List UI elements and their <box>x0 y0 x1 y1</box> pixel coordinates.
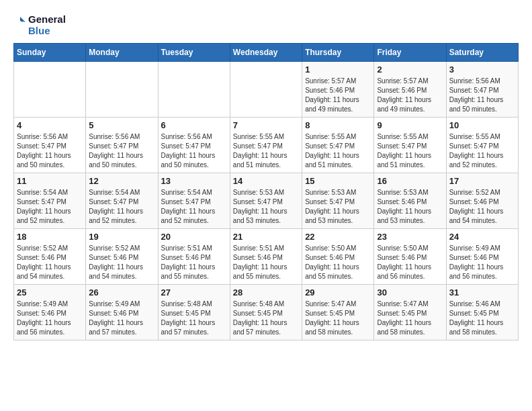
calendar-cell: 14Sunrise: 5:53 AM Sunset: 5:47 PM Dayli… <box>230 173 302 229</box>
calendar-cell: 15Sunrise: 5:53 AM Sunset: 5:47 PM Dayli… <box>302 173 374 229</box>
logo: General Blue <box>13 13 66 36</box>
day-info: Sunrise: 5:49 AM Sunset: 5:46 PM Dayligh… <box>17 300 83 337</box>
day-info: Sunrise: 5:49 AM Sunset: 5:46 PM Dayligh… <box>449 244 515 281</box>
day-info: Sunrise: 5:53 AM Sunset: 5:47 PM Dayligh… <box>233 188 299 226</box>
day-info: Sunrise: 5:56 AM Sunset: 5:47 PM Dayligh… <box>89 132 154 170</box>
day-info: Sunrise: 5:50 AM Sunset: 5:46 PM Dayligh… <box>305 244 371 281</box>
calendar-cell: 30Sunrise: 5:47 AM Sunset: 5:45 PM Dayli… <box>374 285 446 340</box>
weekday-header-saturday: Saturday <box>446 44 518 62</box>
day-info: Sunrise: 5:55 AM Sunset: 5:47 PM Dayligh… <box>305 132 371 170</box>
day-info: Sunrise: 5:48 AM Sunset: 5:45 PM Dayligh… <box>161 300 227 337</box>
day-info: Sunrise: 5:50 AM Sunset: 5:46 PM Dayligh… <box>377 244 443 281</box>
day-info: Sunrise: 5:56 AM Sunset: 5:47 PM Dayligh… <box>161 132 227 170</box>
weekday-header-row: SundayMondayTuesdayWednesdayThursdayFrid… <box>14 44 519 62</box>
calendar-cell: 11Sunrise: 5:54 AM Sunset: 5:47 PM Dayli… <box>14 173 86 229</box>
calendar-cell <box>86 62 158 118</box>
calendar-cell: 1Sunrise: 5:57 AM Sunset: 5:46 PM Daylig… <box>302 62 374 118</box>
day-number: 19 <box>89 232 154 242</box>
day-number: 26 <box>89 287 154 298</box>
day-info: Sunrise: 5:54 AM Sunset: 5:47 PM Dayligh… <box>17 188 83 226</box>
day-number: 12 <box>89 176 154 186</box>
day-info: Sunrise: 5:55 AM Sunset: 5:47 PM Dayligh… <box>233 132 299 170</box>
logo-text-blue: Blue <box>28 25 66 36</box>
calendar-cell: 26Sunrise: 5:49 AM Sunset: 5:46 PM Dayli… <box>86 285 158 340</box>
calendar-cell: 2Sunrise: 5:57 AM Sunset: 5:46 PM Daylig… <box>374 62 446 118</box>
day-number: 17 <box>449 176 515 186</box>
day-info: Sunrise: 5:53 AM Sunset: 5:47 PM Dayligh… <box>305 188 371 226</box>
day-number: 31 <box>449 287 515 298</box>
calendar-week-row: 25Sunrise: 5:49 AM Sunset: 5:46 PM Dayli… <box>14 285 519 340</box>
calendar-cell: 27Sunrise: 5:48 AM Sunset: 5:45 PM Dayli… <box>158 285 230 340</box>
calendar-cell <box>14 62 86 118</box>
day-info: Sunrise: 5:56 AM Sunset: 5:47 PM Dayligh… <box>17 132 83 170</box>
calendar-week-row: 18Sunrise: 5:52 AM Sunset: 5:46 PM Dayli… <box>14 229 519 285</box>
day-number: 10 <box>449 120 515 130</box>
calendar-cell: 3Sunrise: 5:56 AM Sunset: 5:47 PM Daylig… <box>446 62 518 118</box>
day-number: 1 <box>305 64 371 75</box>
day-info: Sunrise: 5:48 AM Sunset: 5:45 PM Dayligh… <box>233 300 299 337</box>
day-number: 27 <box>161 287 227 298</box>
calendar-cell: 21Sunrise: 5:51 AM Sunset: 5:46 PM Dayli… <box>230 229 302 285</box>
day-info: Sunrise: 5:57 AM Sunset: 5:46 PM Dayligh… <box>305 77 371 114</box>
day-info: Sunrise: 5:52 AM Sunset: 5:46 PM Dayligh… <box>449 188 515 226</box>
day-info: Sunrise: 5:54 AM Sunset: 5:47 PM Dayligh… <box>89 188 154 226</box>
day-number: 22 <box>305 232 371 242</box>
page-header: General Blue <box>13 13 519 36</box>
day-number: 25 <box>17 287 83 298</box>
calendar-cell: 13Sunrise: 5:54 AM Sunset: 5:47 PM Dayli… <box>158 173 230 229</box>
day-number: 7 <box>233 120 299 130</box>
calendar-cell: 29Sunrise: 5:47 AM Sunset: 5:45 PM Dayli… <box>302 285 374 340</box>
calendar-cell: 24Sunrise: 5:49 AM Sunset: 5:46 PM Dayli… <box>446 229 518 285</box>
day-number: 14 <box>233 176 299 186</box>
day-info: Sunrise: 5:49 AM Sunset: 5:46 PM Dayligh… <box>89 300 154 337</box>
calendar-cell: 23Sunrise: 5:50 AM Sunset: 5:46 PM Dayli… <box>374 229 446 285</box>
calendar-cell: 25Sunrise: 5:49 AM Sunset: 5:46 PM Dayli… <box>14 285 86 340</box>
weekday-header-thursday: Thursday <box>302 44 374 62</box>
day-info: Sunrise: 5:47 AM Sunset: 5:45 PM Dayligh… <box>377 300 443 337</box>
calendar-cell: 4Sunrise: 5:56 AM Sunset: 5:47 PM Daylig… <box>14 118 86 173</box>
calendar-cell: 17Sunrise: 5:52 AM Sunset: 5:46 PM Dayli… <box>446 173 518 229</box>
weekday-header-wednesday: Wednesday <box>230 44 302 62</box>
day-info: Sunrise: 5:57 AM Sunset: 5:46 PM Dayligh… <box>377 77 443 114</box>
logo-bird-icon <box>13 15 27 34</box>
day-info: Sunrise: 5:51 AM Sunset: 5:46 PM Dayligh… <box>233 244 299 281</box>
calendar-cell: 8Sunrise: 5:55 AM Sunset: 5:47 PM Daylig… <box>302 118 374 173</box>
day-number: 21 <box>233 232 299 242</box>
day-number: 13 <box>161 176 227 186</box>
calendar-cell: 16Sunrise: 5:53 AM Sunset: 5:46 PM Dayli… <box>374 173 446 229</box>
day-info: Sunrise: 5:55 AM Sunset: 5:47 PM Dayligh… <box>449 132 515 170</box>
day-number: 28 <box>233 287 299 298</box>
calendar-cell: 19Sunrise: 5:52 AM Sunset: 5:46 PM Dayli… <box>86 229 158 285</box>
day-number: 29 <box>305 287 371 298</box>
calendar-cell: 12Sunrise: 5:54 AM Sunset: 5:47 PM Dayli… <box>86 173 158 229</box>
calendar-cell: 9Sunrise: 5:55 AM Sunset: 5:47 PM Daylig… <box>374 118 446 173</box>
calendar-cell: 10Sunrise: 5:55 AM Sunset: 5:47 PM Dayli… <box>446 118 518 173</box>
calendar-cell <box>230 62 302 118</box>
day-number: 5 <box>89 120 154 130</box>
day-number: 11 <box>17 176 83 186</box>
day-number: 3 <box>449 64 515 75</box>
day-info: Sunrise: 5:52 AM Sunset: 5:46 PM Dayligh… <box>17 244 83 281</box>
calendar-table: SundayMondayTuesdayWednesdayThursdayFrid… <box>13 43 519 340</box>
day-info: Sunrise: 5:55 AM Sunset: 5:47 PM Dayligh… <box>377 132 443 170</box>
day-info: Sunrise: 5:47 AM Sunset: 5:45 PM Dayligh… <box>305 300 371 337</box>
calendar-cell: 7Sunrise: 5:55 AM Sunset: 5:47 PM Daylig… <box>230 118 302 173</box>
calendar-cell: 28Sunrise: 5:48 AM Sunset: 5:45 PM Dayli… <box>230 285 302 340</box>
day-info: Sunrise: 5:56 AM Sunset: 5:47 PM Dayligh… <box>449 77 515 114</box>
weekday-header-monday: Monday <box>86 44 158 62</box>
day-info: Sunrise: 5:53 AM Sunset: 5:46 PM Dayligh… <box>377 188 443 226</box>
day-number: 15 <box>305 176 371 186</box>
day-info: Sunrise: 5:51 AM Sunset: 5:46 PM Dayligh… <box>161 244 227 281</box>
calendar-cell: 31Sunrise: 5:46 AM Sunset: 5:45 PM Dayli… <box>446 285 518 340</box>
day-number: 6 <box>161 120 227 130</box>
calendar-week-row: 11Sunrise: 5:54 AM Sunset: 5:47 PM Dayli… <box>14 173 519 229</box>
day-number: 18 <box>17 232 83 242</box>
calendar-body: 1Sunrise: 5:57 AM Sunset: 5:46 PM Daylig… <box>14 62 519 340</box>
calendar-cell: 6Sunrise: 5:56 AM Sunset: 5:47 PM Daylig… <box>158 118 230 173</box>
day-number: 30 <box>377 287 443 298</box>
day-number: 2 <box>377 64 443 75</box>
weekday-header-friday: Friday <box>374 44 446 62</box>
weekday-header-tuesday: Tuesday <box>158 44 230 62</box>
calendar-cell <box>158 62 230 118</box>
calendar-week-row: 1Sunrise: 5:57 AM Sunset: 5:46 PM Daylig… <box>14 62 519 118</box>
